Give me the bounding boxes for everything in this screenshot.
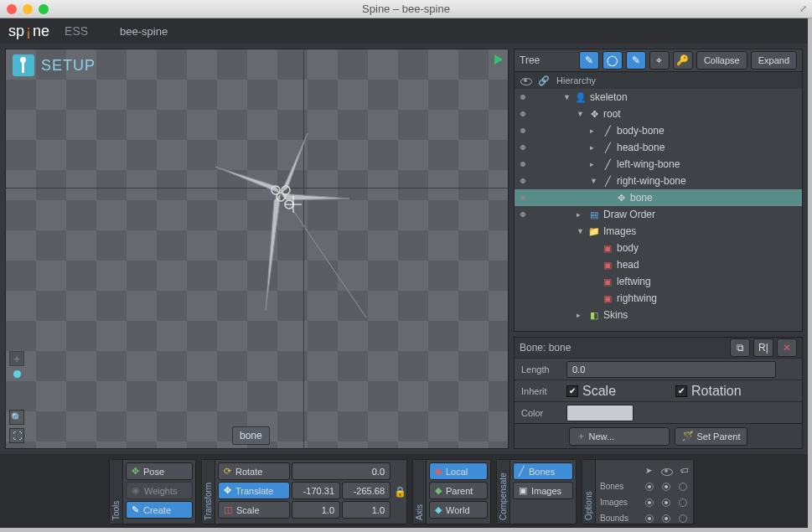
image-icon: ▣ [602, 292, 613, 304]
scale-x-value[interactable]: 1.0 [292, 501, 340, 519]
pose-button[interactable]: ✥Pose [126, 462, 193, 480]
inherit-label: Inherit [515, 386, 566, 396]
images-visible-toggle[interactable] [662, 498, 670, 507]
rotation-checkbox[interactable]: ✔ [675, 385, 687, 397]
tree-list[interactable]: ▼ 👤 skeleton ▼ ✥ root ▸ ╱ body-bone [514, 89, 803, 332]
translate-x-value[interactable]: -170.31 [292, 482, 340, 499]
play-icon[interactable] [494, 54, 503, 65]
images-names-toggle[interactable] [679, 498, 687, 507]
tree-row-skeleton[interactable]: ▼ 👤 skeleton [515, 89, 802, 106]
compensate-group-label: Compensate [497, 460, 510, 524]
set-parent-button[interactable]: 🪄 Set Parent [675, 427, 748, 446]
axis-world-button[interactable]: ◆World [429, 501, 488, 519]
filter-slots-icon[interactable]: ◯ [603, 51, 623, 70]
bone-icon: ╱ [602, 125, 613, 137]
options-bones-row[interactable]: Bones [600, 478, 689, 494]
tree-row-head-bone[interactable]: ▸ ╱ head-bone [515, 139, 802, 156]
tree-label-head-bone: head-bone [617, 142, 665, 153]
images-select-toggle[interactable] [645, 498, 654, 507]
pose-icon: ✥ [132, 466, 139, 477]
logo-i-icon: ¡ [26, 23, 31, 40]
bounds-names-toggle[interactable] [679, 514, 687, 523]
tree-row-root[interactable]: ▼ ✥ root [515, 106, 802, 122]
comp-images-button[interactable]: ▣Images [513, 482, 573, 499]
collapse-button[interactable]: Collapse [696, 51, 747, 70]
tree-label-body-bone: body-bone [617, 125, 665, 137]
create-button[interactable]: ✎Create [126, 501, 193, 519]
bones-names-toggle[interactable] [679, 483, 687, 491]
translate-icon: ✥ [224, 485, 231, 496]
options-bounds-row[interactable]: Bounds [600, 510, 689, 526]
link-column-icon[interactable]: 🔗 [538, 75, 550, 86]
viewport-nav-tools: 🔍 ⛶ [9, 410, 24, 443]
tree-row-right-wing-bone[interactable]: ▼ ╱ right-wing-bone [515, 173, 802, 189]
plus-icon: ＋ [577, 430, 586, 442]
tree-row-img-body[interactable]: ▣ body [515, 240, 802, 256]
draw-order-icon: ▤ [588, 209, 600, 220]
filter-bones-icon[interactable]: ✎ [579, 51, 599, 70]
find-icon[interactable]: 🔑 [673, 51, 693, 70]
delete-icon[interactable]: ✕ [777, 338, 797, 357]
bounds-select-toggle[interactable] [645, 514, 654, 523]
tree-row-img-head[interactable]: ▣ head [515, 256, 802, 273]
options-header-row: ➤ 🏷 [600, 462, 689, 478]
color-row: Color [515, 401, 802, 423]
bones-visible-toggle[interactable] [662, 483, 670, 491]
tree-row-img-rightwing[interactable]: ▣ rightwing [515, 290, 802, 307]
tree-row-images[interactable]: ▼ 📁 Images [515, 223, 802, 240]
viewport[interactable]: SETUP + 🔍 ⛶ [5, 49, 509, 449]
translate-y-value[interactable]: -265.68 [342, 482, 390, 499]
tree-row-draw-order[interactable]: ▸ ▤ Draw Order [515, 206, 802, 223]
tree-label-skeleton: skeleton [590, 91, 628, 103]
zoom-tool-icon[interactable]: 🔍 [9, 410, 24, 425]
length-input[interactable]: 0.0 [566, 361, 776, 378]
copy-props-icon[interactable]: ⧉ [730, 338, 750, 357]
tree-row-bone[interactable]: ✥ bone [515, 189, 802, 206]
tree-row-left-wing-bone[interactable]: ▸ ╱ left-wing-bone [515, 156, 802, 173]
scale-checkbox-label: Scale [582, 384, 616, 399]
bone-icon: ╱ [602, 175, 613, 187]
rotate-button[interactable]: ⟳Rotate [218, 462, 290, 480]
properties-header: Bone: bone ⧉ R| ✕ [515, 338, 802, 358]
tree-label: Tree [520, 54, 540, 66]
tree-label-bone: bone [630, 192, 653, 204]
maximize-icon[interactable]: ⤢ [799, 3, 807, 14]
tree-label-img-rightwing: rightwing [617, 292, 657, 304]
spine-logo[interactable]: sp¡ne [8, 23, 49, 40]
scale-checkbox[interactable]: ✔ [566, 385, 578, 397]
tree-row-skins[interactable]: ▸ ◧ Skins [515, 307, 802, 323]
bones-select-toggle[interactable] [645, 483, 654, 491]
weights-button[interactable]: ◉Weights [126, 482, 193, 499]
hierarchy-label: Hierarchy [556, 75, 596, 85]
scale-y-value[interactable]: 1.0 [342, 501, 390, 519]
scale-icon: ◫ [224, 504, 232, 515]
options-images-row[interactable]: Images [600, 494, 689, 510]
bounds-visible-toggle[interactable] [662, 514, 670, 523]
project-name[interactable]: bee-spine [120, 25, 168, 38]
comp-bones-button[interactable]: ╱Bones [513, 462, 573, 480]
transform-lock-icon[interactable]: 🔒 [393, 460, 406, 524]
tree-row-body-bone[interactable]: ▸ ╱ body-bone [515, 122, 802, 139]
filter-focus-icon[interactable]: ⌖ [649, 51, 670, 70]
new-button[interactable]: ＋ New... [569, 427, 670, 446]
translate-button[interactable]: ✥Translate [218, 482, 290, 499]
expand-ruler-icon[interactable]: + [9, 351, 24, 366]
expand-button[interactable]: Expand [751, 51, 797, 70]
fit-tool-icon[interactable]: ⛶ [9, 428, 24, 443]
bones-overlay [6, 49, 257, 175]
rename-icon[interactable]: R| [753, 338, 773, 357]
tree-header: Tree ✎ ◯ ✎ ⌖ 🔑 Collapse Expand [514, 49, 803, 72]
skeleton-icon: 👤 [575, 91, 587, 103]
properties-title: Bone: bone [520, 342, 571, 354]
visibility-column-icon[interactable] [520, 75, 531, 86]
tree-subheader: 🔗 Hierarchy [514, 72, 803, 89]
rotate-value[interactable]: 0.0 [292, 462, 390, 480]
timeline-dot-icon[interactable] [13, 370, 21, 378]
axis-parent-button[interactable]: ◆Parent [429, 482, 488, 499]
filter-attach-icon[interactable]: ✎ [626, 51, 646, 70]
color-swatch[interactable] [566, 405, 634, 421]
axis-local-button[interactable]: ◆Local [429, 462, 488, 480]
scale-button[interactable]: ◫Scale [218, 501, 290, 519]
tree-row-img-leftwing[interactable]: ▣ leftwing [515, 273, 802, 290]
transform-group-label: Transform [202, 460, 215, 524]
